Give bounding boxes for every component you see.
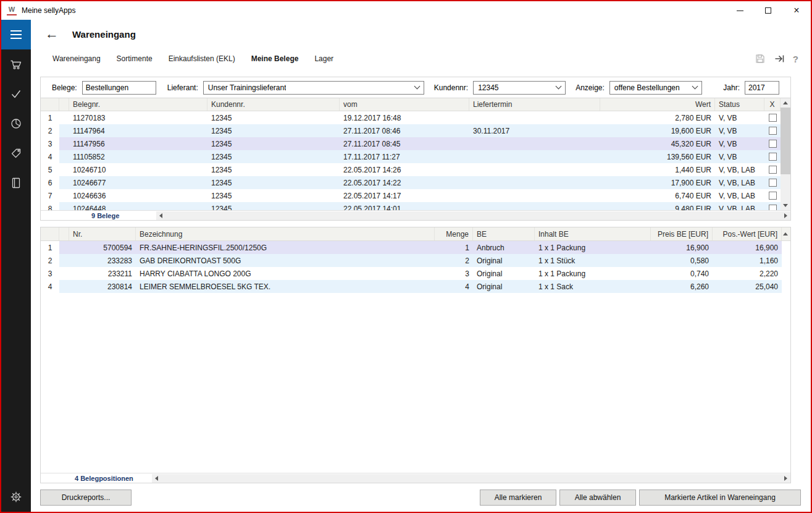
row-marker: [59, 111, 69, 124]
scrollbar-thumb[interactable]: [781, 108, 790, 174]
sidebar-item-tasks[interactable]: [1, 79, 31, 109]
wert-cell: 2,780 EUR: [600, 111, 715, 124]
wert-cell: 1,440 EUR: [600, 163, 715, 176]
help-icon[interactable]: ?: [793, 54, 798, 64]
tab-meine-belege[interactable]: Meine Belege: [251, 54, 299, 63]
position-table-row[interactable]: 2233283GAB DREIKORNTOAST 500G2Original1 …: [41, 254, 790, 267]
markierte-artikel-button[interactable]: Markierte Artikel in Wareneingang: [639, 490, 801, 506]
col-pos-wert[interactable]: Pos.-Wert [EUR]: [713, 227, 782, 240]
lieferant-dropdown[interactable]: Unser Trainingslieferant: [203, 81, 424, 95]
cart-icon: [10, 58, 22, 70]
belege-count-label: 9 Belege: [91, 212, 119, 219]
row-checkbox[interactable]: [769, 140, 777, 148]
kundennr-dropdown[interactable]: 12345: [473, 81, 566, 95]
sidebar-item-settings[interactable]: [1, 482, 31, 512]
vom-cell: 22.05.2017 14:01: [340, 202, 469, 210]
col-x[interactable]: X: [764, 98, 781, 111]
pos-wert-cell: 2,220: [713, 267, 782, 280]
save-icon[interactable]: [755, 53, 766, 64]
menu-button[interactable]: [1, 20, 31, 49]
col-preis-be[interactable]: Preis BE [EUR]: [651, 227, 713, 240]
belege-footer: 9 Belege: [41, 210, 790, 220]
col-status[interactable]: Status: [715, 98, 764, 111]
row-checkbox[interactable]: [769, 127, 777, 135]
belege-table-row[interactable]: 7102466361234522.05.2017 14:176,740 EURV…: [41, 189, 781, 202]
belegnr-cell: 10246448: [69, 202, 207, 210]
anzeige-value: offene Bestellungen: [614, 83, 680, 92]
col-belegnr[interactable]: Belegnr.: [69, 98, 207, 111]
row-checkbox[interactable]: [769, 166, 777, 174]
druckreports-button[interactable]: Druckreports...: [40, 490, 132, 506]
back-button[interactable]: ←: [45, 27, 59, 41]
tab-lager[interactable]: Lager: [314, 54, 333, 63]
col-inhalt-be[interactable]: Inhalt BE: [535, 227, 651, 240]
forward-icon[interactable]: [774, 53, 785, 64]
alle-abwaehlen-button[interactable]: Alle abwählen: [559, 490, 636, 506]
checkbox-cell: [764, 111, 781, 124]
row-checkbox[interactable]: [769, 192, 777, 200]
belege-table-header: Belegnr. Kundennr. vom Liefertermin Wert…: [41, 98, 781, 111]
app-icon: W: [7, 6, 17, 15]
alle-markieren-button[interactable]: Alle markieren: [480, 490, 556, 506]
scroll-left-arrow[interactable]: [152, 474, 161, 483]
tab-wareneingang[interactable]: Wareneingang: [52, 54, 101, 63]
liefertermin-cell: [469, 150, 600, 163]
scroll-up-arrow[interactable]: [781, 98, 790, 108]
col-wert[interactable]: Wert: [600, 98, 715, 111]
belege-table-row[interactable]: 2111479641234527.11.2017 08:4630.11.2017…: [41, 124, 781, 137]
position-table-row[interactable]: 15700594FR.SAHNE-HERINGSFIL.2500/1250G1A…: [41, 241, 790, 254]
positionen-footer: 4 Belegpositionen: [41, 473, 790, 483]
belege-table-row[interactable]: 5102467101234522.05.2017 14:261,440 EURV…: [41, 163, 781, 176]
col-vom[interactable]: vom: [340, 98, 469, 111]
scroll-down-arrow[interactable]: [781, 201, 790, 210]
col-be[interactable]: BE: [473, 227, 535, 240]
kundennr-cell: 12345: [207, 111, 340, 124]
belege-input[interactable]: [82, 81, 156, 95]
minimize-button[interactable]: [726, 1, 754, 20]
kundennr-cell: 12345: [207, 189, 340, 202]
row-number: 1: [41, 111, 59, 124]
row-number: 1: [41, 241, 59, 254]
sidebar-item-statistics[interactable]: [1, 109, 31, 138]
col-liefertermin[interactable]: Liefertermin: [469, 98, 600, 111]
col-kundennr[interactable]: Kundennr.: [207, 98, 340, 111]
close-button[interactable]: ×: [782, 1, 811, 20]
belege-table-row[interactable]: 8102464481234522.05.2017 14:019,480 EURV…: [41, 202, 781, 210]
horizontal-scrollbar[interactable]: [152, 474, 790, 483]
horizontal-scrollbar[interactable]: [156, 211, 790, 220]
sidebar-item-offers[interactable]: [1, 138, 31, 168]
col-nr[interactable]: Nr.: [69, 227, 136, 240]
col-menge[interactable]: Menge: [435, 227, 473, 240]
pie-chart-icon: [10, 117, 22, 130]
maximize-button[interactable]: [754, 1, 782, 20]
row-marker: [59, 163, 69, 176]
belege-table-row[interactable]: 1112701831234519.12.2017 16:482,780 EURV…: [41, 111, 781, 124]
belege-table-row[interactable]: 6102466771234522.05.2017 14:2217,900 EUR…: [41, 176, 781, 189]
header-marker: [59, 227, 69, 240]
row-checkbox[interactable]: [769, 205, 777, 210]
col-bezeichnung[interactable]: Bezeichnung: [136, 227, 435, 240]
tab-einkaufslisten[interactable]: Einkaufslisten (EKL): [169, 54, 235, 63]
belegnr-cell: 11270183: [69, 111, 207, 124]
tab-sortimente[interactable]: Sortimente: [117, 54, 153, 63]
sidebar-item-cart[interactable]: [1, 49, 31, 79]
scroll-left-arrow[interactable]: [156, 211, 165, 220]
inhalt-be-cell: 1 x 1 Packung: [535, 267, 651, 280]
row-marker: [59, 241, 69, 254]
scroll-up-arrow[interactable]: [782, 227, 790, 240]
row-checkbox[interactable]: [769, 179, 777, 187]
vertical-scrollbar[interactable]: [781, 98, 790, 210]
row-checkbox[interactable]: [769, 114, 777, 122]
liefertermin-cell: [469, 189, 600, 202]
scroll-right-arrow[interactable]: [781, 474, 790, 483]
belege-table-row[interactable]: 3111479561234527.11.2017 08:4545,320 EUR…: [41, 137, 781, 150]
belege-table-row[interactable]: 4111058521234517.11.2017 11:27139,560 EU…: [41, 150, 781, 163]
anzeige-dropdown[interactable]: offene Bestellungen: [609, 81, 702, 95]
scroll-right-arrow[interactable]: [781, 211, 790, 220]
kundennr-cell: 12345: [207, 163, 340, 176]
jahr-input[interactable]: [745, 81, 779, 95]
position-table-row[interactable]: 4230814LEIMER SEMMELBROESEL 5KG TEX.4Ori…: [41, 280, 790, 293]
row-checkbox[interactable]: [769, 153, 777, 161]
position-table-row[interactable]: 3233211HARRY CIABATTA LONGO 200G3Origina…: [41, 267, 790, 280]
sidebar-item-catalog[interactable]: [1, 168, 31, 198]
